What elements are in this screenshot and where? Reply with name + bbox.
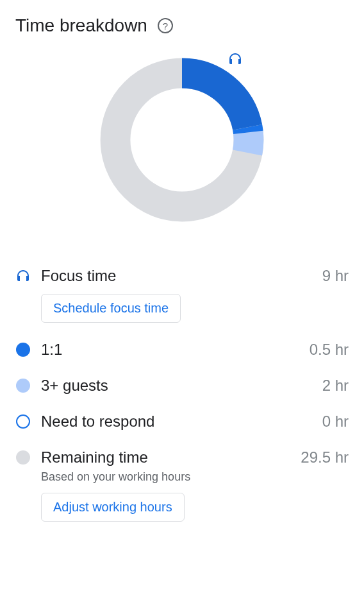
legend-value: 0 hr <box>322 413 349 431</box>
dot-icon <box>15 450 31 465</box>
donut-svg <box>99 56 265 223</box>
legend-label: Need to respond <box>41 413 154 431</box>
legend-item-guests: 3+ guests 2 hr <box>15 377 349 395</box>
help-icon[interactable]: ? <box>158 18 173 33</box>
page-title: Time breakdown <box>15 15 147 36</box>
legend-label: 3+ guests <box>41 377 108 395</box>
dot-icon <box>15 342 31 357</box>
headphones-icon <box>15 268 31 284</box>
legend-label: 1:1 <box>41 341 62 359</box>
legend-label: Focus time <box>41 267 116 285</box>
legend-label: Remaining time <box>41 448 148 466</box>
adjust-hours-button[interactable]: Adjust working hours <box>41 493 185 522</box>
schedule-focus-button[interactable]: Schedule focus time <box>41 294 181 323</box>
legend-value: 2 hr <box>322 377 349 395</box>
dot-outline-icon <box>15 414 31 429</box>
legend-value: 29.5 hr <box>301 448 349 466</box>
legend-value: 9 hr <box>322 267 349 285</box>
dot-icon <box>15 378 31 393</box>
headphones-icon <box>228 51 243 69</box>
legend-value: 0.5 hr <box>310 341 349 359</box>
legend: Focus time 9 hr Schedule focus time 1:1 … <box>15 267 349 522</box>
legend-item-remaining: Remaining time 29.5 hr Based on your wor… <box>15 448 349 522</box>
donut-chart <box>15 56 349 236</box>
legend-item-oneonone: 1:1 0.5 hr <box>15 341 349 359</box>
legend-item-respond: Need to respond 0 hr <box>15 413 349 431</box>
legend-item-focus: Focus time 9 hr Schedule focus time <box>15 267 349 323</box>
legend-sublabel: Based on your working hours <box>41 470 349 484</box>
header: Time breakdown ? <box>15 15 349 36</box>
